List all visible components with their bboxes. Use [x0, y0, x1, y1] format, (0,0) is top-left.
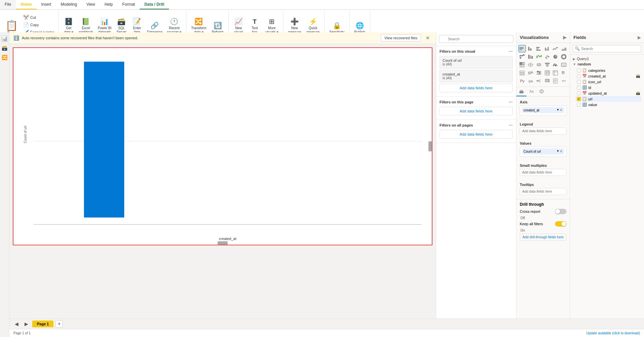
- filters-on-all-pages-more[interactable]: ···: [509, 123, 513, 128]
- viz-icon-qa[interactable]: Q&A: [527, 77, 534, 85]
- viz-icon-clustered-column[interactable]: [544, 45, 551, 52]
- add-page-btn2[interactable]: +: [55, 320, 63, 328]
- field-check-updated-at[interactable]: [577, 91, 581, 95]
- viz-format-tab[interactable]: Aa: [526, 87, 537, 96]
- field-check-categories[interactable]: [577, 68, 581, 73]
- viz-icon-ribbon[interactable]: [527, 53, 534, 60]
- viz-icon-treemap[interactable]: [518, 61, 526, 68]
- viz-icon-map[interactable]: [527, 61, 534, 68]
- tab-modeling[interactable]: Modeling: [56, 0, 82, 9]
- viz-icon-area-chart[interactable]: [560, 45, 567, 52]
- page-next-btn2[interactable]: ▶: [22, 321, 30, 327]
- viz-icon-line-chart[interactable]: [552, 45, 559, 52]
- viz-icon-gauge[interactable]: [552, 61, 559, 68]
- add-all-pages-filter-button[interactable]: Add data fields here: [440, 130, 513, 139]
- resize-handle-bottom[interactable]: [218, 241, 228, 245]
- page-tab-1[interactable]: Page 1: [32, 321, 53, 327]
- field-check-url[interactable]: ✓: [577, 97, 581, 101]
- viz-icon-r-script[interactable]: R: [560, 69, 567, 77]
- viz-icon-more[interactable]: [560, 77, 567, 85]
- viz-icon-decomp-tree[interactable]: [535, 77, 543, 85]
- viz-legend-box[interactable]: Add data fields here: [520, 128, 566, 135]
- filters-on-page-more[interactable]: ···: [509, 99, 513, 105]
- viz-icon-matrix[interactable]: [552, 69, 559, 77]
- viz-icon-clustered-bar[interactable]: [535, 45, 543, 52]
- viz-small-multiples-box[interactable]: Add data fields here: [520, 169, 566, 176]
- viz-analytics-tab[interactable]: [537, 87, 547, 96]
- keep-filters-toggle[interactable]: [555, 221, 566, 227]
- viz-icon-scatter[interactable]: [544, 53, 551, 60]
- tab-data-drill[interactable]: Data / Drill: [140, 0, 169, 9]
- filter-count-url[interactable]: Count of url is (All): [440, 56, 513, 68]
- page-prev-btn2[interactable]: ◀: [13, 321, 20, 327]
- fields-panel-expand[interactable]: ▶: [638, 35, 641, 40]
- field-updated-at[interactable]: 📅 updated_at 🗃️: [576, 90, 641, 96]
- chart-visual[interactable]: Count of url 0.5 0.0: [13, 48, 432, 245]
- cut-button[interactable]: ✂️ Cut: [22, 14, 56, 21]
- field-url[interactable]: ✓ 📋 url: [576, 96, 641, 102]
- filter-search-input[interactable]: [439, 35, 513, 43]
- tab-format[interactable]: Format: [118, 0, 140, 9]
- viz-icon-pie[interactable]: [552, 53, 559, 60]
- canvas-frame[interactable]: Count of url 0.5 0.0: [13, 47, 432, 245]
- field-check-created-at[interactable]: [577, 74, 581, 78]
- view-recovered-files-button[interactable]: View recovered files: [381, 34, 421, 42]
- viz-icon-slicer[interactable]: [535, 69, 543, 77]
- field-icon-url[interactable]: 📋 icon_url: [576, 79, 641, 85]
- viz-icon-stacked-column[interactable]: [527, 45, 534, 52]
- sidebar-report-icon[interactable]: 📊: [1, 35, 8, 42]
- query1-row[interactable]: ▶ Query1: [573, 57, 641, 61]
- status-update[interactable]: Update available (click to download): [586, 331, 640, 335]
- add-drill-through-button[interactable]: Add drill-through fields here: [520, 234, 566, 241]
- add-page-filter-button[interactable]: Add data fields here: [440, 107, 513, 115]
- viz-icon-python[interactable]: Py: [518, 77, 526, 85]
- viz-icon-line-stacked[interactable]: [518, 53, 526, 60]
- field-check-value[interactable]: [577, 103, 581, 107]
- viz-icon-table[interactable]: [544, 69, 551, 77]
- viz-values-dropdown[interactable]: ▾: [557, 149, 559, 154]
- tab-insert[interactable]: Insert: [37, 0, 56, 9]
- viz-icon-donut[interactable]: [560, 53, 567, 60]
- info-icon: ℹ️: [13, 35, 19, 41]
- viz-axis-box[interactable]: created_at ▾ ✕: [520, 105, 566, 115]
- viz-icon-smart-narrative[interactable]: [544, 77, 551, 85]
- viz-axis-dropdown[interactable]: ▾: [557, 108, 559, 112]
- viz-values-tag[interactable]: Count of url ▾ ✕: [522, 148, 564, 154]
- field-check-id[interactable]: [577, 86, 581, 90]
- viz-icon-filled-map[interactable]: [535, 61, 543, 68]
- filter-created-at[interactable]: created_at is (All): [440, 70, 513, 82]
- fields-search-input[interactable]: [573, 45, 641, 52]
- viz-icon-multi-row-card[interactable]: [518, 69, 526, 77]
- field-value[interactable]: 🔢 value: [576, 102, 641, 107]
- copy-button[interactable]: 📄 Copy: [22, 21, 56, 28]
- close-recovery-bar-button[interactable]: ✕: [424, 35, 432, 41]
- field-created-at[interactable]: 📅 created_at 🗃️: [576, 73, 641, 79]
- viz-build-tab[interactable]: [516, 87, 526, 96]
- sidebar-data-icon[interactable]: 🗃️: [1, 44, 8, 52]
- viz-icon-waterfall[interactable]: [535, 53, 543, 60]
- viz-tooltips-box[interactable]: Add data fields here: [520, 188, 566, 195]
- random-row[interactable]: ▼ random: [573, 62, 641, 66]
- viz-icon-funnel[interactable]: [544, 61, 551, 68]
- field-check-icon-url[interactable]: [577, 80, 581, 84]
- viz-icon-paginated-visual[interactable]: [552, 77, 559, 85]
- tab-help[interactable]: Help: [100, 0, 118, 9]
- tab-view[interactable]: View: [82, 0, 100, 9]
- resize-handle-right[interactable]: [428, 141, 432, 151]
- viz-icon-stacked-bar[interactable]: [518, 45, 526, 52]
- field-id[interactable]: 🔢 id: [576, 85, 641, 90]
- tab-file[interactable]: File: [0, 0, 16, 9]
- viz-axis-remove[interactable]: ✕: [559, 108, 563, 112]
- viz-values-remove[interactable]: ✕: [559, 149, 563, 154]
- field-categories[interactable]: 📋 categories: [576, 67, 641, 73]
- sidebar-model-icon[interactable]: 🔀: [1, 54, 8, 61]
- viz-icon-card[interactable]: 42: [560, 61, 567, 68]
- tab-home[interactable]: Home: [16, 0, 36, 9]
- viz-values-box[interactable]: Count of url ▾ ✕: [520, 147, 566, 157]
- add-visual-filter-button[interactable]: Add data fields here: [440, 84, 513, 92]
- viz-axis-tag[interactable]: created_at ▾ ✕: [522, 107, 564, 113]
- viz-icon-kpi[interactable]: KPI: [527, 69, 534, 77]
- viz-panel-expand[interactable]: ▶: [563, 35, 566, 40]
- filters-on-visual-more[interactable]: ···: [509, 49, 513, 54]
- cross-report-toggle[interactable]: [555, 209, 566, 214]
